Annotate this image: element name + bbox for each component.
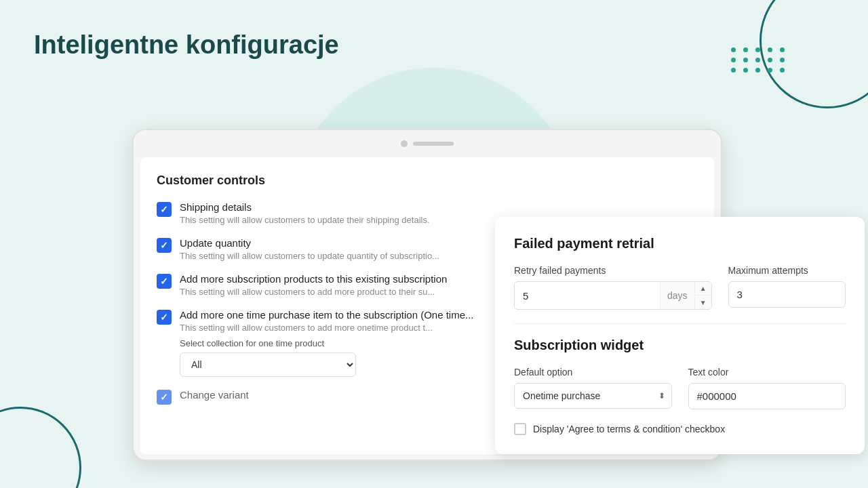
- page-title: Inteligentne konfiguracje: [34, 30, 339, 60]
- max-attempts-group: Maximum attempts: [728, 265, 846, 310]
- retry-days-group: Retry failed payments days ▲ ▼: [514, 265, 712, 310]
- default-option-select-wrapper: Onetime purchase Subscription ⬍: [514, 383, 672, 409]
- retry-decrement[interactable]: ▼: [695, 296, 711, 309]
- bg-circle-bottom-left: [0, 407, 81, 488]
- default-option-label: Default option: [514, 367, 672, 378]
- failed-payment-section: Failed payment retrial Retry failed paym…: [514, 236, 846, 310]
- failed-payment-form-row: Retry failed payments days ▲ ▼ Maximum a…: [514, 265, 846, 310]
- agree-checkbox[interactable]: [514, 423, 526, 435]
- dot-grid-decoration: [731, 47, 787, 73]
- update-quantity-checkbox[interactable]: [157, 238, 172, 253]
- agree-checkbox-row: Display 'Agree to terms & condition' che…: [514, 423, 846, 435]
- retry-input-wrapper: days ▲ ▼: [514, 281, 712, 310]
- retry-spinner: ▲ ▼: [694, 282, 711, 309]
- default-option-select[interactable]: Onetime purchase Subscription: [514, 383, 672, 409]
- retry-label: Retry failed payments: [514, 265, 712, 276]
- add-onetime-checkbox[interactable]: [157, 310, 172, 325]
- shipping-details-checkbox[interactable]: [157, 202, 172, 217]
- change-variant-checkbox[interactable]: [157, 390, 172, 405]
- text-color-group: Text color: [688, 367, 846, 409]
- add-subscription-checkbox[interactable]: [157, 274, 172, 289]
- subscription-widget-title: Subscription widget: [514, 338, 846, 353]
- retry-suffix: days: [660, 282, 694, 309]
- default-option-group: Default option Onetime purchase Subscrip…: [514, 367, 672, 409]
- text-color-label: Text color: [688, 367, 846, 378]
- retry-input[interactable]: [515, 283, 660, 308]
- tablet-camera: [401, 140, 408, 147]
- max-attempts-label: Maximum attempts: [728, 265, 846, 276]
- right-panel: Failed payment retrial Retry failed paym…: [495, 217, 865, 454]
- tablet-top-bar: [134, 130, 721, 157]
- text-color-input[interactable]: [688, 383, 846, 409]
- max-attempts-input[interactable]: [728, 281, 846, 308]
- widget-form-row: Default option Onetime purchase Subscrip…: [514, 367, 846, 409]
- agree-checkbox-label: Display 'Agree to terms & condition' che…: [533, 424, 725, 434]
- retry-increment[interactable]: ▲: [695, 282, 711, 296]
- section-divider: [514, 323, 846, 324]
- collection-select[interactable]: All: [180, 352, 356, 377]
- tablet-pill: [413, 142, 454, 146]
- subscription-widget-section: Subscription widget Default option Oneti…: [514, 338, 846, 435]
- failed-payment-title: Failed payment retrial: [514, 236, 846, 251]
- shipping-details-label: Shipping details: [180, 201, 698, 213]
- customer-controls-title: Customer controls: [157, 174, 698, 188]
